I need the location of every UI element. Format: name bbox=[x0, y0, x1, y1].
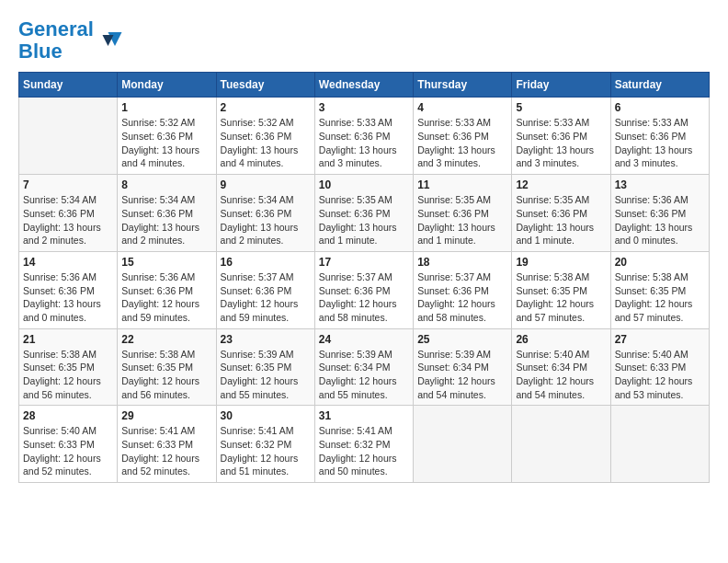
day-info: Sunrise: 5:37 AM Sunset: 6:36 PM Dayligh… bbox=[417, 270, 507, 325]
day-info: Sunrise: 5:36 AM Sunset: 6:36 PM Dayligh… bbox=[121, 270, 211, 325]
day-info: Sunrise: 5:35 AM Sunset: 6:36 PM Dayligh… bbox=[417, 193, 507, 247]
day-info: Sunrise: 5:38 AM Sunset: 6:35 PM Dayligh… bbox=[516, 270, 606, 325]
calendar-cell: 22Sunrise: 5:38 AM Sunset: 6:35 PM Dayli… bbox=[118, 328, 216, 406]
calendar-cell: 1Sunrise: 5:32 AM Sunset: 6:36 PM Daylig… bbox=[118, 98, 216, 175]
day-header-tuesday: Tuesday bbox=[216, 73, 314, 98]
day-number: 11 bbox=[417, 178, 507, 191]
calendar-cell: 26Sunrise: 5:40 AM Sunset: 6:34 PM Dayli… bbox=[512, 328, 610, 406]
day-info: Sunrise: 5:41 AM Sunset: 6:33 PM Dayligh… bbox=[121, 424, 211, 478]
day-number: 6 bbox=[615, 101, 705, 114]
day-header-wednesday: Wednesday bbox=[314, 73, 413, 98]
day-info: Sunrise: 5:38 AM Sunset: 6:35 PM Dayligh… bbox=[615, 270, 705, 325]
week-row-4: 21Sunrise: 5:38 AM Sunset: 6:35 PM Dayli… bbox=[19, 328, 710, 406]
logo-icon bbox=[96, 27, 123, 54]
calendar-cell: 7Sunrise: 5:34 AM Sunset: 6:36 PM Daylig… bbox=[19, 175, 118, 252]
day-header-thursday: Thursday bbox=[414, 73, 512, 98]
week-row-1: 1Sunrise: 5:32 AM Sunset: 6:36 PM Daylig… bbox=[19, 98, 710, 175]
logo: General Blue bbox=[18, 18, 123, 63]
calendar-cell bbox=[19, 98, 118, 175]
day-info: Sunrise: 5:41 AM Sunset: 6:32 PM Dayligh… bbox=[221, 424, 311, 478]
week-row-3: 14Sunrise: 5:36 AM Sunset: 6:36 PM Dayli… bbox=[19, 251, 710, 328]
day-number: 18 bbox=[417, 256, 507, 269]
day-number: 4 bbox=[417, 101, 507, 114]
day-number: 15 bbox=[121, 256, 211, 269]
day-info: Sunrise: 5:32 AM Sunset: 6:36 PM Dayligh… bbox=[121, 116, 211, 170]
calendar-header-row: SundayMondayTuesdayWednesdayThursdayFrid… bbox=[19, 73, 710, 98]
day-info: Sunrise: 5:33 AM Sunset: 6:36 PM Dayligh… bbox=[319, 116, 409, 170]
day-number: 29 bbox=[121, 409, 211, 422]
day-info: Sunrise: 5:37 AM Sunset: 6:36 PM Dayligh… bbox=[221, 270, 311, 325]
day-number: 1 bbox=[121, 101, 211, 114]
day-number: 30 bbox=[221, 409, 311, 422]
calendar-cell: 28Sunrise: 5:40 AM Sunset: 6:33 PM Dayli… bbox=[19, 406, 118, 483]
calendar-cell: 19Sunrise: 5:38 AM Sunset: 6:35 PM Dayli… bbox=[512, 251, 610, 328]
calendar-cell: 11Sunrise: 5:35 AM Sunset: 6:36 PM Dayli… bbox=[414, 175, 512, 252]
day-number: 19 bbox=[516, 256, 606, 269]
day-number: 9 bbox=[221, 178, 311, 191]
day-info: Sunrise: 5:34 AM Sunset: 6:36 PM Dayligh… bbox=[221, 193, 311, 247]
day-info: Sunrise: 5:36 AM Sunset: 6:36 PM Dayligh… bbox=[23, 270, 113, 325]
day-number: 7 bbox=[23, 178, 113, 191]
day-info: Sunrise: 5:39 AM Sunset: 6:34 PM Dayligh… bbox=[417, 348, 507, 402]
calendar-table: SundayMondayTuesdayWednesdayThursdayFrid… bbox=[18, 72, 710, 483]
calendar-cell: 10Sunrise: 5:35 AM Sunset: 6:36 PM Dayli… bbox=[314, 175, 413, 252]
calendar-cell: 17Sunrise: 5:37 AM Sunset: 6:36 PM Dayli… bbox=[314, 251, 413, 328]
logo-text: General Blue bbox=[18, 18, 94, 63]
day-header-sunday: Sunday bbox=[19, 73, 118, 98]
day-info: Sunrise: 5:35 AM Sunset: 6:36 PM Dayligh… bbox=[319, 193, 409, 247]
calendar-cell bbox=[512, 406, 610, 483]
svg-marker-1 bbox=[102, 35, 113, 46]
week-row-2: 7Sunrise: 5:34 AM Sunset: 6:36 PM Daylig… bbox=[19, 175, 710, 252]
day-number: 22 bbox=[121, 333, 211, 346]
calendar-cell: 29Sunrise: 5:41 AM Sunset: 6:33 PM Dayli… bbox=[118, 406, 216, 483]
week-row-5: 28Sunrise: 5:40 AM Sunset: 6:33 PM Dayli… bbox=[19, 406, 710, 483]
day-info: Sunrise: 5:33 AM Sunset: 6:36 PM Dayligh… bbox=[615, 116, 705, 170]
calendar-cell: 6Sunrise: 5:33 AM Sunset: 6:36 PM Daylig… bbox=[610, 98, 709, 175]
calendar-cell: 31Sunrise: 5:41 AM Sunset: 6:32 PM Dayli… bbox=[314, 406, 413, 483]
day-info: Sunrise: 5:36 AM Sunset: 6:36 PM Dayligh… bbox=[615, 193, 705, 247]
calendar-cell: 14Sunrise: 5:36 AM Sunset: 6:36 PM Dayli… bbox=[19, 251, 118, 328]
calendar-cell: 18Sunrise: 5:37 AM Sunset: 6:36 PM Dayli… bbox=[414, 251, 512, 328]
calendar-cell: 3Sunrise: 5:33 AM Sunset: 6:36 PM Daylig… bbox=[314, 98, 413, 175]
day-info: Sunrise: 5:38 AM Sunset: 6:35 PM Dayligh… bbox=[23, 348, 113, 402]
calendar-cell: 16Sunrise: 5:37 AM Sunset: 6:36 PM Dayli… bbox=[216, 251, 314, 328]
day-number: 24 bbox=[319, 333, 409, 346]
day-number: 21 bbox=[23, 333, 113, 346]
day-header-saturday: Saturday bbox=[610, 73, 709, 98]
calendar-cell: 20Sunrise: 5:38 AM Sunset: 6:35 PM Dayli… bbox=[610, 251, 709, 328]
calendar-cell: 24Sunrise: 5:39 AM Sunset: 6:34 PM Dayli… bbox=[314, 328, 413, 406]
day-info: Sunrise: 5:34 AM Sunset: 6:36 PM Dayligh… bbox=[121, 193, 211, 247]
day-number: 8 bbox=[121, 178, 211, 191]
day-number: 28 bbox=[23, 409, 113, 422]
calendar-cell: 5Sunrise: 5:33 AM Sunset: 6:36 PM Daylig… bbox=[512, 98, 610, 175]
calendar-cell: 25Sunrise: 5:39 AM Sunset: 6:34 PM Dayli… bbox=[414, 328, 512, 406]
calendar-cell: 27Sunrise: 5:40 AM Sunset: 6:33 PM Dayli… bbox=[610, 328, 709, 406]
calendar-cell: 15Sunrise: 5:36 AM Sunset: 6:36 PM Dayli… bbox=[118, 251, 216, 328]
calendar-cell: 9Sunrise: 5:34 AM Sunset: 6:36 PM Daylig… bbox=[216, 175, 314, 252]
calendar-cell: 13Sunrise: 5:36 AM Sunset: 6:36 PM Dayli… bbox=[610, 175, 709, 252]
day-info: Sunrise: 5:33 AM Sunset: 6:36 PM Dayligh… bbox=[516, 116, 606, 170]
day-info: Sunrise: 5:40 AM Sunset: 6:34 PM Dayligh… bbox=[516, 348, 606, 402]
day-number: 5 bbox=[516, 101, 606, 114]
day-info: Sunrise: 5:39 AM Sunset: 6:34 PM Dayligh… bbox=[319, 348, 409, 402]
day-info: Sunrise: 5:40 AM Sunset: 6:33 PM Dayligh… bbox=[23, 424, 113, 478]
day-number: 26 bbox=[516, 333, 606, 346]
day-info: Sunrise: 5:40 AM Sunset: 6:33 PM Dayligh… bbox=[615, 348, 705, 402]
day-info: Sunrise: 5:34 AM Sunset: 6:36 PM Dayligh… bbox=[23, 193, 113, 247]
day-info: Sunrise: 5:39 AM Sunset: 6:35 PM Dayligh… bbox=[221, 348, 311, 402]
day-number: 16 bbox=[221, 256, 311, 269]
day-number: 13 bbox=[615, 178, 705, 191]
day-header-monday: Monday bbox=[118, 73, 216, 98]
day-number: 10 bbox=[319, 178, 409, 191]
calendar-cell: 12Sunrise: 5:35 AM Sunset: 6:36 PM Dayli… bbox=[512, 175, 610, 252]
day-header-friday: Friday bbox=[512, 73, 610, 98]
day-number: 14 bbox=[23, 256, 113, 269]
calendar-cell bbox=[610, 406, 709, 483]
day-info: Sunrise: 5:38 AM Sunset: 6:35 PM Dayligh… bbox=[121, 348, 211, 402]
page-header: General Blue bbox=[18, 18, 710, 63]
day-info: Sunrise: 5:37 AM Sunset: 6:36 PM Dayligh… bbox=[319, 270, 409, 325]
day-number: 23 bbox=[221, 333, 311, 346]
day-number: 2 bbox=[221, 101, 311, 114]
calendar-cell: 30Sunrise: 5:41 AM Sunset: 6:32 PM Dayli… bbox=[216, 406, 314, 483]
day-number: 25 bbox=[417, 333, 507, 346]
